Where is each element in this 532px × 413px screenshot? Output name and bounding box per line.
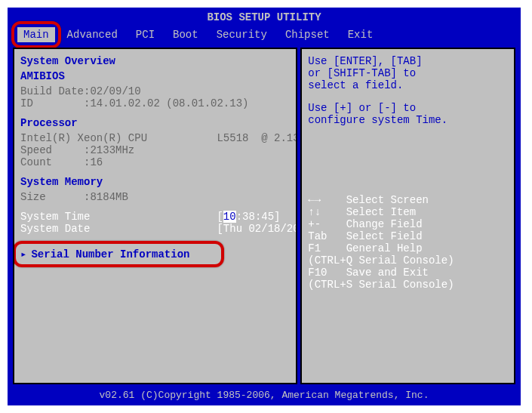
date-value: [Thu 02/18/2010] <box>217 223 297 235</box>
help-line3: select a field. <box>308 79 508 91</box>
size-label: Size <box>20 191 46 203</box>
memory-heading: System Memory <box>20 176 290 188</box>
count-value: :16 <box>84 156 103 168</box>
id-label: ID <box>20 97 33 109</box>
count-label: Count <box>20 156 52 168</box>
speed-row: Speed :2133MHz <box>20 144 290 156</box>
menu-tab-boot[interactable]: Boot <box>167 27 204 42</box>
key-general-help: F1 General Help <box>308 242 508 254</box>
id-row: ID :14.01.02.02 (08.01.02.13) <box>20 97 290 109</box>
help-line1: Use [ENTER], [TAB] <box>308 55 508 67</box>
help-line4: Use [+] or [-] to <box>308 102 508 114</box>
help-line5: configure system Time. <box>308 114 508 126</box>
build-date-label: Build Date <box>20 85 84 97</box>
left-panel: System Overview AMIBIOS Build Date:02/09… <box>13 48 297 384</box>
menu-tab-pci[interactable]: PCI <box>130 27 161 42</box>
processor-heading: Processor <box>20 117 290 129</box>
menu-bar: Main Advanced PCI Boot Security Chipset … <box>10 25 518 45</box>
memory-section: System Memory Size :8184MB <box>20 176 290 203</box>
speed-value: :2133MHz <box>84 144 134 156</box>
build-date-row: Build Date:02/09/10 <box>20 85 290 97</box>
serial-number-info-link[interactable]: ▸Serial Number Information <box>20 245 290 263</box>
cpu-name: Intel(R) Xeon(R) CPU <box>20 132 147 144</box>
time-hours-selected[interactable]: 10 <box>223 211 236 223</box>
menu-tab-exit[interactable]: Exit <box>342 27 380 42</box>
system-time-row[interactable]: System Time [10:38:45] <box>20 211 290 223</box>
key-help-block: ←→ Select Screen ↑↓ Select Item +- Chang… <box>308 194 508 291</box>
build-date-value: :02/09/10 <box>84 85 141 97</box>
key-serial-console-s: (CTRL+S Serial Console) <box>308 279 508 291</box>
key-change-field: +- Change Field <box>308 218 508 230</box>
cpu-model: L5518 @ 2.13GHz <box>217 132 297 144</box>
size-value: :8184MB <box>84 191 128 203</box>
menu-item-main-wrap: Main <box>17 27 55 42</box>
help-line2: or [SHIFT-TAB] to <box>308 67 508 79</box>
footer-bar: v02.61 (C)Copyright 1985-2006, American … <box>10 387 518 403</box>
help-text-block: Use [ENTER], [TAB] or [SHIFT-TAB] to sel… <box>308 55 508 126</box>
submenu-arrow-icon: ▸ <box>20 248 26 260</box>
right-panel: Use [ENTER], [TAB] or [SHIFT-TAB] to sel… <box>300 48 515 384</box>
menu-tab-main[interactable]: Main <box>17 27 55 42</box>
title-bar: BIOS SETUP UTILITY <box>10 10 518 25</box>
time-label: System Time <box>20 211 90 223</box>
menu-tab-advanced[interactable]: Advanced <box>61 27 124 42</box>
amibios-section: AMIBIOS Build Date:02/09/10 ID :14.01.02… <box>20 70 290 109</box>
system-overview-heading: System Overview <box>20 55 290 67</box>
key-serial-console-q: (CTRL+Q Serial Console) <box>308 254 508 267</box>
content-area: System Overview AMIBIOS Build Date:02/09… <box>10 45 518 387</box>
key-save-exit: F10 Save and Exit <box>308 267 508 279</box>
id-value: :14.01.02.02 (08.01.02.13) <box>84 97 248 109</box>
amibios-heading: AMIBIOS <box>20 70 290 82</box>
count-row: Count :16 <box>20 156 290 168</box>
menu-tab-security[interactable]: Security <box>211 27 273 42</box>
bios-window: BIOS SETUP UTILITY Main Advanced PCI Boo… <box>8 8 521 405</box>
key-select-screen: ←→ Select Screen <box>308 194 508 206</box>
serial-number-label: Serial Number Information <box>31 248 189 260</box>
key-select-field: Tab Select Field <box>308 230 508 242</box>
speed-label: Speed <box>20 144 52 156</box>
system-date-row[interactable]: System Date [Thu 02/18/2010] <box>20 223 290 235</box>
menu-tab-chipset[interactable]: Chipset <box>279 27 336 42</box>
processor-name-row: Intel(R) Xeon(R) CPU L5518 @ 2.13GHz <box>20 132 290 144</box>
date-label: System Date <box>20 223 90 235</box>
key-select-item: ↑↓ Select Item <box>308 206 508 218</box>
processor-section: Processor Intel(R) Xeon(R) CPU L5518 @ 2… <box>20 117 290 168</box>
memory-size-row: Size :8184MB <box>20 191 290 203</box>
